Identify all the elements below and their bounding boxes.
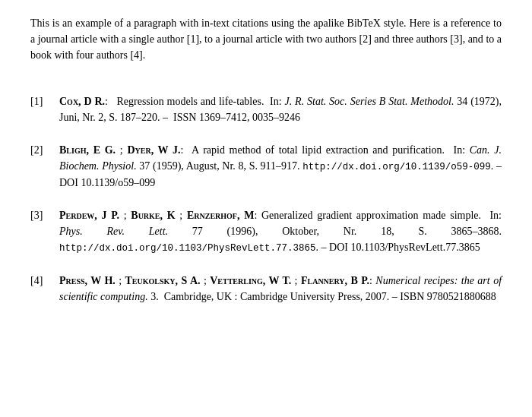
ref-content-1: Cox, D R.: Regression models and life-ta… bbox=[59, 93, 502, 125]
ref-label-3: [3] bbox=[30, 207, 59, 256]
ref-2-author: Bligh, E G. bbox=[59, 144, 116, 156]
ref-1-author: Cox, D R. bbox=[59, 96, 105, 107]
intro-paragraph: This is an example of a paragraph with i… bbox=[30, 15, 502, 63]
ref-entry-2: [2] Bligh, E G. ; Dyer, W J.: A rapid me… bbox=[30, 142, 502, 191]
ref-2-url: http://dx.doi.org/10.1139/o59-099 bbox=[302, 162, 491, 172]
ref-4-author3: Vetterling, W T. bbox=[210, 275, 291, 286]
ref-label-2: [2] bbox=[30, 142, 59, 191]
references-section: [1] Cox, D R.: Regression models and lif… bbox=[30, 93, 502, 305]
ref-label-1: [1] bbox=[30, 93, 59, 125]
ref-4-author1: Press, W H. bbox=[59, 275, 116, 286]
ref-4-author4: Flannery, B P. bbox=[301, 275, 369, 286]
ref-entry-3: [3] Perdew, J P. ; Burke, K ; Ernzerhof,… bbox=[30, 207, 502, 256]
ref-3-url: http://dx.doi.org/10.1103/PhysRevLett.77… bbox=[59, 243, 316, 254]
ref-2-author2: Dyer, W J. bbox=[127, 144, 180, 156]
ref-3-journal: Phys. Rev. Lett. bbox=[59, 226, 168, 237]
ref-content-2: Bligh, E G. ; Dyer, W J.: A rapid method… bbox=[59, 142, 502, 191]
ref-4-author2: Teukolsky, S A. bbox=[125, 275, 201, 286]
ref-3-author: Perdew, J P. bbox=[59, 210, 119, 221]
ref-3-author3: Ernzerhof, M bbox=[187, 210, 254, 221]
ref-label-4: [4] bbox=[30, 273, 59, 305]
ref-entry-4: [4] Press, W H. ; Teukolsky, S A. ; Vett… bbox=[30, 273, 502, 305]
ref-content-4: Press, W H. ; Teukolsky, S A. ; Vetterli… bbox=[59, 273, 502, 305]
ref-3-author2: Burke, K bbox=[131, 210, 175, 221]
ref-1-journal: J. R. Stat. Soc. Series B Stat. Methodol… bbox=[285, 96, 454, 107]
ref-entry-1: [1] Cox, D R.: Regression models and lif… bbox=[30, 93, 502, 125]
ref-content-3: Perdew, J P. ; Burke, K ; Ernzerhof, M: … bbox=[59, 207, 502, 256]
